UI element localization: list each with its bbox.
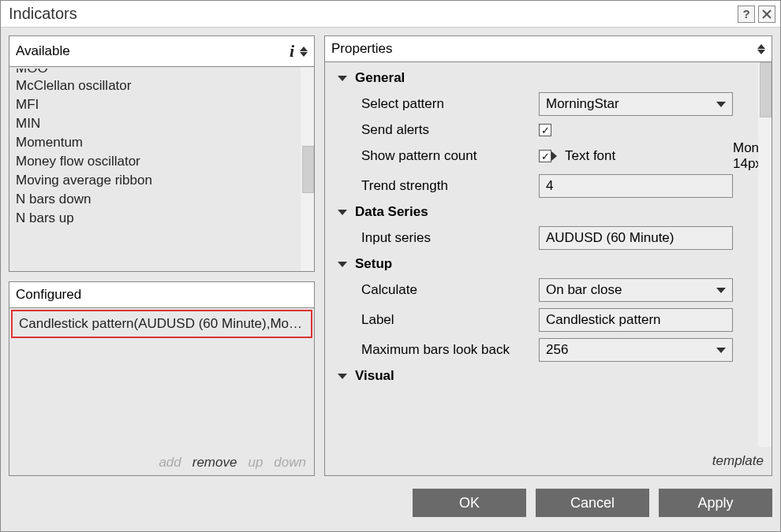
close-button[interactable] — [758, 6, 775, 23]
section-visual[interactable]: Visual — [333, 365, 756, 387]
spinner-up-icon[interactable] — [300, 47, 308, 51]
chevron-down-icon — [716, 348, 726, 353]
select-pattern-value: MorningStar — [546, 96, 619, 112]
spinner-down-icon[interactable] — [300, 52, 308, 57]
dialog-body: Available i MOO McClellan oscillator MFI… — [1, 28, 780, 476]
scrollbar-track[interactable] — [301, 67, 314, 271]
chevron-down-icon — [338, 262, 347, 267]
input-series-label: Input series — [361, 230, 539, 246]
up-action[interactable]: up — [248, 455, 263, 471]
chevron-down-icon — [338, 210, 347, 215]
properties-header: Properties — [325, 36, 772, 62]
show-pattern-count-checkbox[interactable]: ✓ — [539, 150, 551, 162]
down-action[interactable]: down — [274, 455, 306, 471]
list-item[interactable]: Moving average ribbon — [9, 171, 314, 190]
chevron-down-icon — [338, 374, 347, 379]
select-pattern-label: Select pattern — [361, 96, 539, 112]
left-column: Available i MOO McClellan oscillator MFI… — [9, 35, 315, 476]
row-input-series: Input series AUDUSD (60 Minute) — [333, 223, 756, 253]
dialog-footer: OK Cancel Apply — [1, 476, 780, 531]
trend-strength-label: Trend strength — [361, 178, 539, 194]
send-alerts-label: Send alerts — [361, 122, 539, 138]
list-item[interactable]: MFI — [9, 95, 314, 114]
configured-body: Candlestick pattern(AUDUSD (60 Minute),M… — [9, 308, 314, 475]
list-item[interactable]: N bars down — [9, 190, 314, 209]
titlebar: Indicators ? — [1, 1, 780, 28]
ok-button[interactable]: OK — [413, 489, 526, 517]
calculate-value: On bar close — [546, 282, 622, 298]
max-bars-dropdown[interactable]: 256 — [539, 338, 733, 362]
configured-actions: add remove up down — [9, 450, 314, 475]
list-item[interactable]: MIN — [9, 114, 314, 133]
select-pattern-dropdown[interactable]: MorningStar — [539, 92, 733, 116]
section-data-series-label: Data Series — [355, 204, 428, 220]
scrollbar-thumb[interactable] — [302, 146, 314, 193]
label-field-value: Candlestick pattern — [546, 312, 661, 328]
chevron-down-icon — [338, 76, 347, 81]
max-bars-value: 256 — [546, 342, 568, 358]
input-series-value: AUDUSD (60 Minute) — [546, 230, 674, 246]
calculate-label: Calculate — [361, 282, 539, 298]
row-send-alerts: Send alerts ✓ — [333, 119, 756, 141]
add-action[interactable]: add — [159, 455, 181, 471]
properties-body: General Select pattern MorningStar Send … — [325, 62, 772, 447]
properties-scroll-spinner[interactable] — [757, 44, 765, 54]
available-scroll-spinner[interactable] — [300, 47, 308, 57]
row-select-pattern: Select pattern MorningStar — [333, 89, 756, 119]
trend-strength-value: 4 — [546, 178, 553, 194]
input-series-field[interactable]: AUDUSD (60 Minute) — [539, 226, 733, 250]
configured-item[interactable]: Candlestick pattern(AUDUSD (60 Minute),M… — [11, 310, 312, 338]
chevron-down-icon — [716, 288, 726, 293]
section-setup[interactable]: Setup — [333, 253, 756, 275]
info-icon[interactable]: i — [290, 41, 294, 61]
spinner-up-icon[interactable] — [757, 44, 765, 49]
configured-header-label: Configured — [16, 287, 81, 303]
available-header: Available i — [9, 36, 314, 67]
row-max-bars: Maximum bars look back 256 — [333, 335, 756, 365]
window-title: Indicators — [9, 5, 734, 23]
indicators-dialog: Indicators ? Available i MOO McC — [0, 0, 781, 532]
text-font-label: Text font — [565, 148, 733, 164]
right-column: Properties General Select pattern — [324, 35, 772, 476]
apply-button[interactable]: Apply — [659, 489, 772, 517]
configured-header: Configured — [9, 282, 314, 308]
section-general[interactable]: General — [333, 67, 756, 89]
list-item[interactable]: Money flow oscillator — [9, 152, 314, 171]
label-field-label: Label — [361, 312, 539, 328]
cancel-button[interactable]: Cancel — [536, 489, 649, 517]
scrollbar-thumb[interactable] — [760, 62, 772, 117]
chevron-right-icon — [551, 151, 557, 161]
label-field-input[interactable]: Candlestick pattern — [539, 308, 733, 332]
available-panel: Available i MOO McClellan oscillator MFI… — [9, 35, 315, 272]
template-link[interactable]: template — [712, 453, 764, 469]
list-item[interactable]: McClellan oscillator — [9, 76, 314, 95]
calculate-dropdown[interactable]: On bar close — [539, 278, 733, 302]
available-list[interactable]: MOO McClellan oscillator MFI MIN Momentu… — [9, 67, 314, 271]
list-item[interactable]: N bars up — [9, 209, 314, 228]
template-row: template — [325, 447, 772, 475]
row-label: Label Candlestick pattern — [333, 305, 756, 335]
scrollbar-track[interactable] — [758, 62, 772, 447]
show-pattern-count-label: Show pattern count — [361, 148, 539, 164]
section-general-label: General — [355, 70, 405, 86]
configured-panel: Configured Candlestick pattern(AUDUSD (6… — [9, 281, 315, 476]
row-show-pattern-count: Show pattern count ✓ Text font Montserra… — [333, 141, 756, 171]
trend-strength-input[interactable]: 4 — [539, 174, 733, 198]
available-header-label: Available — [16, 43, 70, 59]
spinner-down-icon[interactable] — [757, 50, 765, 54]
help-button[interactable]: ? — [738, 6, 755, 23]
list-item[interactable]: Momentum — [9, 133, 314, 152]
remove-action[interactable]: remove — [192, 455, 237, 471]
max-bars-label: Maximum bars look back — [361, 342, 539, 358]
properties-header-label: Properties — [331, 41, 392, 57]
row-trend-strength: Trend strength 4 — [333, 171, 756, 201]
section-data-series[interactable]: Data Series — [333, 201, 756, 223]
list-item[interactable]: MOO — [9, 69, 314, 76]
row-calculate: Calculate On bar close — [333, 275, 756, 305]
properties-panel: Properties General Select pattern — [324, 35, 772, 476]
chevron-down-icon — [716, 102, 726, 107]
section-visual-label: Visual — [355, 368, 394, 384]
section-setup-label: Setup — [355, 256, 392, 272]
send-alerts-checkbox[interactable]: ✓ — [539, 124, 551, 136]
